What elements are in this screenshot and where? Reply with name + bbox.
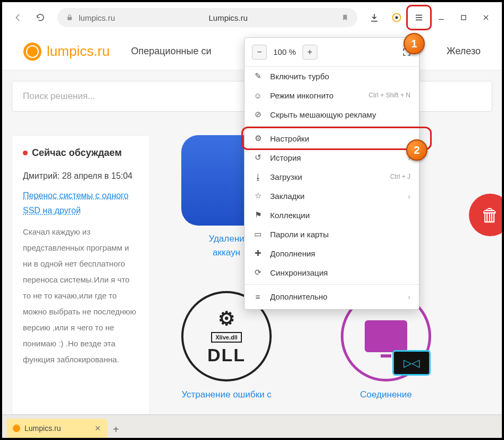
menu-bookmarks[interactable]: ☆Закладки› — [245, 186, 419, 205]
annotation-callout-2: 2 — [406, 139, 427, 161]
card-icon: ▭ — [253, 229, 263, 239]
svg-rect-3 — [461, 15, 466, 20]
menu-icon: ≡ — [253, 292, 263, 301]
close-tab-button[interactable]: ✕ — [95, 424, 101, 433]
menu-collections[interactable]: ⚑Коллекции — [245, 205, 419, 225]
star-icon: ☆ — [253, 191, 263, 201]
brush-icon: ✎ — [253, 71, 263, 81]
zoom-row: − 100 % + — [245, 38, 419, 67]
site-logo[interactable]: lumpics.ru — [23, 43, 110, 61]
browser-toolbar: lumpics.ru Lumpics.ru — [2, 2, 502, 33]
menu-more[interactable]: ≡Дополнительно› — [245, 287, 419, 306]
sidebar-heading: Сейчас обсуждаем — [23, 147, 139, 159]
favicon-icon — [13, 425, 20, 432]
puzzle-icon: ✚ — [253, 248, 263, 258]
menu-settings[interactable]: ⚙Настройки — [245, 129, 419, 148]
nav-os[interactable]: Операционные си — [131, 46, 211, 57]
zoom-in-button[interactable]: + — [303, 45, 317, 60]
discussion-sidebar: Сейчас обсуждаем Дмитрий: 28 апреля в 15… — [12, 135, 150, 414]
page-title: Lumpics.ru — [120, 13, 336, 22]
annotation-callout-1: 1 — [404, 33, 425, 54]
new-tab-button[interactable]: + — [107, 421, 124, 438]
menu-sync[interactable]: ⟳Синхронизация — [245, 263, 419, 282]
maximize-button[interactable] — [454, 8, 473, 27]
url-host: lumpics.ru — [79, 13, 115, 22]
bookmark-icon[interactable] — [341, 13, 349, 22]
minimize-button[interactable] — [432, 8, 451, 27]
live-dot-icon — [23, 151, 28, 155]
comment-body: Скачал каждую из представленных программ… — [23, 224, 139, 368]
browser-tab[interactable]: Lumpics.ru ✕ — [6, 419, 107, 438]
menu-turbo[interactable]: ✎Включить турбо — [245, 67, 419, 86]
menu-hide-ads[interactable]: ⊘Скрыть мешающую рекламу — [245, 105, 419, 124]
mask-icon: ☺ — [253, 91, 263, 100]
extension-button[interactable] — [387, 8, 406, 27]
article-title: Соединение — [322, 388, 450, 402]
logo-text: lumpics.ru — [47, 43, 110, 60]
menu-history[interactable]: ↺История› — [245, 148, 419, 167]
menu-separator — [245, 284, 419, 285]
close-window-button[interactable] — [476, 8, 495, 27]
block-icon: ⊘ — [253, 110, 263, 119]
comment-meta: Дмитрий: 28 апреля в 15:04 — [23, 169, 139, 183]
svg-point-2 — [396, 16, 398, 19]
lock-icon — [66, 14, 73, 21]
comment-topic-link[interactable]: Перенос системы с одного SSD на другой — [23, 188, 139, 219]
menu-incognito[interactable]: ☺Режим инкогнитоCtrl + Shift + N — [245, 86, 419, 105]
svg-rect-0 — [68, 17, 72, 20]
reload-button[interactable] — [31, 8, 50, 27]
zoom-out-button[interactable]: − — [252, 45, 267, 60]
zoom-value: 100 % — [268, 47, 301, 56]
chevron-right-icon: › — [408, 192, 410, 201]
download-icon: ⭳ — [253, 172, 263, 181]
address-bar[interactable]: lumpics.ru Lumpics.ru — [57, 8, 357, 27]
nav-hardware[interactable]: Железо — [447, 46, 481, 57]
tab-strip: Lumpics.ru ✕ + — [2, 414, 502, 438]
menu-passwords[interactable]: ▭Пароли и карты — [245, 225, 419, 244]
article-title: Устранение ошибки с — [163, 388, 290, 402]
menu-separator — [245, 126, 419, 127]
menu-button[interactable] — [409, 8, 429, 27]
sync-icon: ⟳ — [253, 268, 263, 277]
clock-icon: ↺ — [253, 153, 263, 162]
tab-label: Lumpics.ru — [24, 424, 61, 433]
downloads-button[interactable] — [365, 8, 384, 27]
gear-icon: ⚙ — [253, 134, 263, 143]
menu-downloads[interactable]: ⭳ЗагрузкиCtrl + J — [245, 167, 419, 186]
flag-icon: ⚑ — [253, 210, 263, 220]
chevron-right-icon: › — [408, 292, 410, 301]
logo-icon — [23, 43, 41, 61]
back-button[interactable] — [9, 8, 28, 27]
menu-addons[interactable]: ✚Дополнения — [245, 244, 419, 263]
browser-menu: − 100 % + ✎Включить турбо ☺Режим инкогни… — [244, 37, 419, 310]
